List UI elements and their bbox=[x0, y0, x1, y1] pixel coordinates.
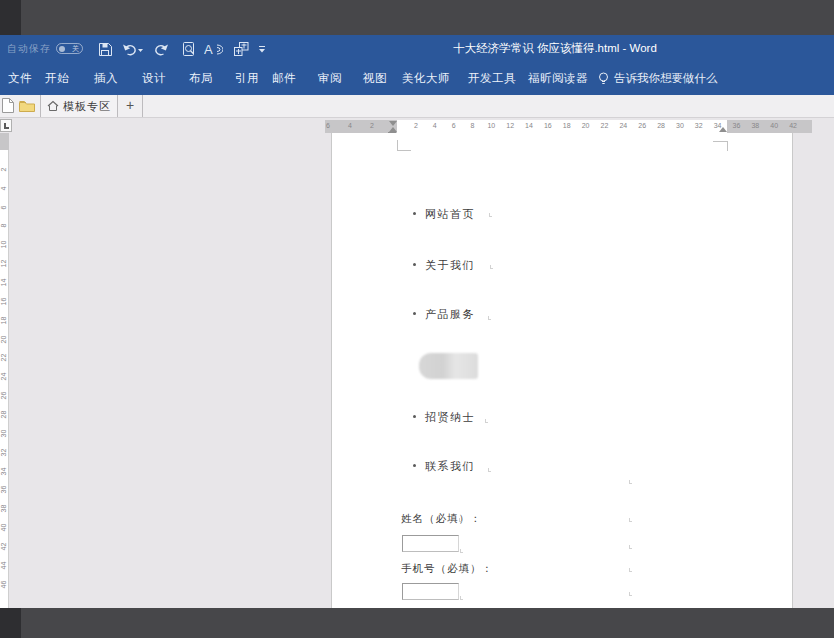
ruler-number: 18 bbox=[561, 121, 573, 131]
ruler-number: 34 bbox=[712, 121, 724, 131]
ribbon-tab-review[interactable]: 审阅 bbox=[318, 62, 342, 95]
bullet-icon bbox=[413, 415, 416, 418]
tell-me-box[interactable]: 告诉我你想要做什么 bbox=[598, 62, 718, 95]
ribbon-tab-view[interactable]: 视图 bbox=[363, 62, 387, 95]
first-line-indent-marker[interactable] bbox=[389, 121, 397, 126]
ruler-number: 42 bbox=[787, 121, 799, 131]
redo-icon bbox=[154, 43, 169, 56]
ruler-number: 2 bbox=[366, 121, 378, 131]
customize-qat-icon bbox=[258, 45, 266, 54]
tell-me-label: 告诉我你想要做什么 bbox=[614, 71, 718, 86]
ribbon-tab-foxit-reader[interactable]: 福昕阅读器 bbox=[528, 62, 588, 95]
ribbon-tab-insert[interactable]: 插入 bbox=[94, 62, 118, 95]
tab-template-zone[interactable]: 模板专区 bbox=[40, 95, 118, 117]
list-item-text: 关于我们 bbox=[425, 258, 475, 273]
ruler-number: 38 bbox=[749, 121, 761, 131]
blurred-image-placeholder[interactable] bbox=[419, 353, 478, 379]
ruler-number: 28 bbox=[655, 121, 667, 131]
home-icon bbox=[47, 100, 59, 112]
redo-button[interactable] bbox=[152, 41, 170, 57]
ruler-number: 30 bbox=[674, 121, 686, 131]
paragraph-mark bbox=[459, 518, 462, 522]
ruler-number: 12 bbox=[504, 121, 516, 131]
bullet-icon bbox=[413, 212, 416, 215]
title-bar: 自动保存 关 A 十大经济学常识 你应该懂得.html - Word bbox=[0, 35, 834, 62]
ruler-number: 6 bbox=[322, 121, 334, 131]
ruler-number: 24 bbox=[0, 371, 8, 383]
ruler-number: 40 bbox=[0, 522, 8, 534]
ribbon-tab-developer[interactable]: 开发工具 bbox=[468, 62, 516, 95]
read-aloud-button[interactable]: A bbox=[203, 41, 223, 57]
ruler-number: 12 bbox=[0, 258, 8, 270]
ruler-number: 16 bbox=[0, 295, 8, 307]
text-boundary-mark-left bbox=[397, 140, 411, 151]
lightbulb-icon bbox=[598, 72, 609, 86]
letterbox-bottom-corner bbox=[0, 608, 21, 638]
list-item: 关于我们 bbox=[332, 258, 792, 272]
paragraph-mark bbox=[629, 545, 632, 549]
phone-input-box[interactable] bbox=[402, 583, 459, 600]
print-preview-icon bbox=[183, 42, 196, 56]
paragraph-mark bbox=[629, 568, 632, 572]
undo-button[interactable] bbox=[121, 41, 145, 57]
ruler-number: 20 bbox=[0, 333, 8, 345]
name-input-box[interactable] bbox=[402, 535, 459, 552]
tab-stop-selector[interactable] bbox=[0, 119, 12, 132]
toggle-knob-icon bbox=[59, 46, 65, 52]
vertical-ruler[interactable]: 2468101214161820222426283032343638404244… bbox=[0, 133, 9, 608]
ruler-number: 14 bbox=[523, 121, 535, 131]
ruler-number: 2 bbox=[0, 163, 8, 175]
ruler-number: 40 bbox=[768, 121, 780, 131]
ribbon-tab-home[interactable]: 开始 bbox=[45, 62, 69, 95]
ruler-number: 42 bbox=[0, 541, 8, 553]
ruler-number: 18 bbox=[0, 314, 8, 326]
ribbon-tab-design[interactable]: 设计 bbox=[142, 62, 166, 95]
ruler-number: 8 bbox=[0, 220, 8, 232]
new-tab-button[interactable]: + bbox=[118, 95, 143, 117]
paragraph-mark bbox=[629, 480, 632, 484]
open-folder-button[interactable] bbox=[19, 99, 37, 113]
ruler-number: 44 bbox=[0, 559, 8, 571]
bullet-icon bbox=[413, 312, 416, 315]
customize-qat-button[interactable] bbox=[256, 41, 268, 57]
list-item: 网站首页 bbox=[332, 207, 792, 221]
ruler-number: 22 bbox=[598, 121, 610, 131]
document-tab-bar: 模板专区 + bbox=[0, 95, 834, 118]
ruler-number: 8 bbox=[466, 121, 478, 131]
letterbox-top bbox=[0, 0, 834, 35]
ruler-number: 10 bbox=[485, 121, 497, 131]
autosave-toggle[interactable]: 关 bbox=[56, 43, 83, 54]
horizontal-ruler[interactable]: 6422468101214161820222426283032343638404… bbox=[325, 120, 812, 133]
ribbon-tab-beautify-master[interactable]: 美化大师 bbox=[402, 62, 450, 95]
ruler-number: 36 bbox=[730, 121, 742, 131]
ribbon-tab-layout[interactable]: 布局 bbox=[189, 62, 213, 95]
ruler-numbers: 6422468101214161820222426283032343638404… bbox=[325, 120, 812, 133]
list-item-text: 网站首页 bbox=[425, 207, 475, 222]
paragraph-mark bbox=[629, 592, 632, 596]
translate-icon bbox=[234, 42, 249, 56]
ribbon-tab-references[interactable]: 引用 bbox=[235, 62, 259, 95]
translate-button[interactable] bbox=[232, 41, 250, 57]
bullet-icon bbox=[413, 263, 416, 266]
tab-stop-l-icon bbox=[4, 123, 9, 129]
list-item-text: 产品服务 bbox=[425, 307, 475, 322]
ruler-number: 6 bbox=[0, 201, 8, 213]
save-button[interactable] bbox=[96, 41, 114, 57]
letterbox-bottom bbox=[0, 608, 834, 638]
ruler-number: 2 bbox=[410, 121, 422, 131]
ruler-number: 10 bbox=[0, 239, 8, 251]
ruler-number: 24 bbox=[617, 121, 629, 131]
ruler-number: 36 bbox=[0, 484, 8, 496]
document-page[interactable]: 网站首页 关于我们 产品服务 招贤纳士 联系我们 姓名（必填）： 手机号（必填）… bbox=[331, 133, 793, 608]
ribbon-tab-mailings[interactable]: 邮件 bbox=[272, 62, 296, 95]
paragraph-mark bbox=[629, 518, 632, 522]
list-item: 联系我们 bbox=[332, 459, 792, 473]
ruler-number: 30 bbox=[0, 427, 8, 439]
open-folder-icon bbox=[19, 99, 37, 113]
print-preview-button[interactable] bbox=[180, 41, 198, 57]
paragraph-mark bbox=[460, 596, 463, 600]
ribbon-tab-file[interactable]: 文件 bbox=[8, 62, 32, 95]
new-document-button[interactable] bbox=[2, 98, 14, 113]
ruler-number: 4 bbox=[429, 121, 441, 131]
ruler-number: 22 bbox=[0, 352, 8, 364]
